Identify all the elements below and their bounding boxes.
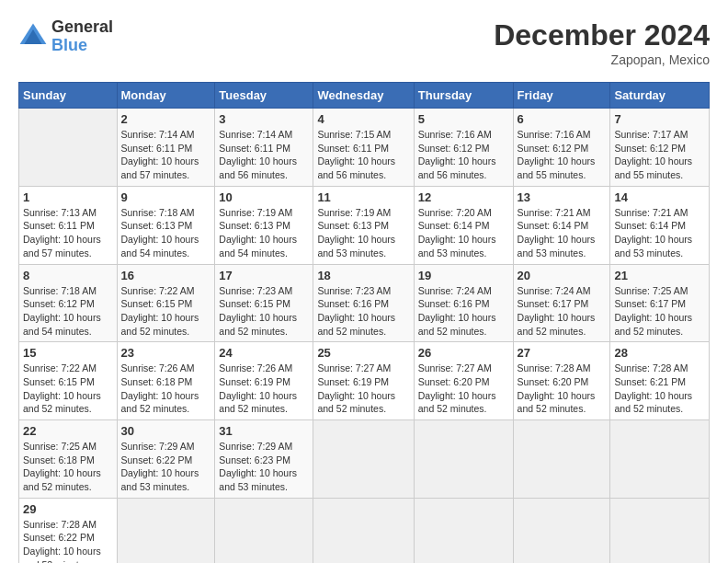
calendar-day-cell: 5Sunrise: 7:16 AMSunset: 6:12 PMDaylight…: [414, 109, 513, 187]
calendar-day-cell: 19Sunrise: 7:24 AMSunset: 6:16 PMDayligh…: [414, 264, 513, 342]
day-info: Sunrise: 7:19 AMSunset: 6:13 PMDaylight:…: [219, 206, 309, 260]
calendar-week-row: 8Sunrise: 7:18 AMSunset: 6:12 PMDaylight…: [19, 264, 710, 342]
day-info: Sunrise: 7:27 AMSunset: 6:20 PMDaylight:…: [418, 362, 509, 416]
calendar-week-row: 22Sunrise: 7:25 AMSunset: 6:18 PMDayligh…: [19, 420, 710, 499]
page-header: General Blue December 2024 Zapopan, Mexi…: [18, 18, 710, 67]
day-number: 18: [317, 269, 409, 282]
location-text: Zapopan, Mexico: [494, 52, 710, 67]
day-number: 20: [518, 269, 607, 282]
day-number: 13: [518, 190, 607, 204]
day-number: 8: [23, 269, 113, 282]
day-info: Sunrise: 7:18 AMSunset: 6:12 PMDaylight:…: [23, 284, 113, 339]
day-info: Sunrise: 7:20 AMSunset: 6:14 PMDaylight:…: [418, 206, 509, 260]
day-number: 7: [614, 112, 705, 126]
calendar-day-cell: 22Sunrise: 7:25 AMSunset: 6:18 PMDayligh…: [19, 420, 118, 499]
day-info: Sunrise: 7:28 AMSunset: 6:20 PMDaylight:…: [518, 362, 607, 416]
day-of-week-header: Wednesday: [313, 83, 414, 109]
day-number: 11: [317, 190, 409, 204]
day-info: Sunrise: 7:16 AMSunset: 6:12 PMDaylight:…: [518, 128, 607, 182]
day-of-week-header: Friday: [513, 83, 610, 109]
calendar-table: SundayMondayTuesdayWednesdayThursdayFrid…: [18, 82, 710, 563]
logo-icon: [18, 22, 48, 52]
calendar-day-cell: [513, 420, 610, 499]
calendar-header-row: SundayMondayTuesdayWednesdayThursdayFrid…: [19, 83, 710, 109]
day-info: Sunrise: 7:22 AMSunset: 6:15 PMDaylight:…: [23, 362, 113, 416]
day-number: 30: [121, 424, 211, 438]
calendar-day-cell: 13Sunrise: 7:21 AMSunset: 6:14 PMDayligh…: [513, 186, 610, 264]
day-info: Sunrise: 7:23 AMSunset: 6:15 PMDaylight:…: [219, 284, 309, 339]
calendar-day-cell: [610, 420, 710, 499]
logo: General Blue: [18, 18, 113, 55]
day-info: Sunrise: 7:21 AMSunset: 6:14 PMDaylight:…: [614, 206, 705, 260]
day-number: 9: [121, 190, 211, 204]
day-info: Sunrise: 7:25 AMSunset: 6:17 PMDaylight:…: [614, 284, 705, 339]
calendar-day-cell: [414, 420, 513, 499]
calendar-day-cell: 30Sunrise: 7:29 AMSunset: 6:22 PMDayligh…: [117, 420, 215, 499]
day-number: 27: [518, 346, 607, 360]
day-number: 23: [121, 346, 211, 360]
calendar-day-cell: 20Sunrise: 7:24 AMSunset: 6:17 PMDayligh…: [513, 264, 610, 342]
day-of-week-header: Tuesday: [215, 83, 313, 109]
day-number: 21: [614, 269, 705, 282]
calendar-day-cell: 27Sunrise: 7:28 AMSunset: 6:20 PMDayligh…: [513, 342, 610, 420]
calendar-day-cell: 23Sunrise: 7:26 AMSunset: 6:18 PMDayligh…: [117, 342, 215, 420]
day-number: 1: [23, 190, 113, 204]
day-of-week-header: Monday: [117, 83, 215, 109]
day-number: 3: [219, 112, 309, 126]
calendar-day-cell: 26Sunrise: 7:27 AMSunset: 6:20 PMDayligh…: [414, 342, 513, 420]
logo-blue-text: Blue: [51, 37, 113, 55]
day-info: Sunrise: 7:14 AMSunset: 6:11 PMDaylight:…: [121, 128, 211, 182]
day-of-week-header: Sunday: [19, 83, 118, 109]
calendar-week-row: 2Sunrise: 7:14 AMSunset: 6:11 PMDaylight…: [19, 109, 710, 187]
day-info: Sunrise: 7:29 AMSunset: 6:23 PMDaylight:…: [219, 440, 309, 494]
day-info: Sunrise: 7:24 AMSunset: 6:17 PMDaylight:…: [518, 284, 607, 339]
calendar-week-row: 29Sunrise: 7:28 AMSunset: 6:22 PMDayligh…: [19, 498, 710, 563]
calendar-day-cell: 17Sunrise: 7:23 AMSunset: 6:15 PMDayligh…: [215, 264, 313, 342]
calendar-day-cell: [313, 420, 414, 499]
day-number: 19: [418, 269, 509, 282]
calendar-day-cell: 6Sunrise: 7:16 AMSunset: 6:12 PMDaylight…: [513, 109, 610, 187]
day-number: 10: [219, 190, 309, 204]
day-number: 22: [23, 424, 113, 438]
calendar-day-cell: [414, 498, 513, 563]
day-number: 14: [614, 190, 705, 204]
day-info: Sunrise: 7:13 AMSunset: 6:11 PMDaylight:…: [23, 206, 113, 260]
day-info: Sunrise: 7:15 AMSunset: 6:11 PMDaylight:…: [317, 128, 409, 182]
day-info: Sunrise: 7:22 AMSunset: 6:15 PMDaylight:…: [121, 284, 211, 339]
day-info: Sunrise: 7:27 AMSunset: 6:19 PMDaylight:…: [317, 362, 409, 416]
day-number: 29: [23, 502, 113, 516]
day-number: 4: [317, 112, 409, 126]
day-number: 2: [121, 112, 211, 126]
day-info: Sunrise: 7:26 AMSunset: 6:19 PMDaylight:…: [219, 362, 309, 416]
calendar-day-cell: 3Sunrise: 7:14 AMSunset: 6:11 PMDaylight…: [215, 109, 313, 187]
day-number: 5: [418, 112, 509, 126]
day-number: 17: [219, 269, 309, 282]
calendar-day-cell: [313, 498, 414, 563]
calendar-day-cell: [513, 498, 610, 563]
day-info: Sunrise: 7:26 AMSunset: 6:18 PMDaylight:…: [121, 362, 211, 416]
calendar-day-cell: 7Sunrise: 7:17 AMSunset: 6:12 PMDaylight…: [610, 109, 710, 187]
calendar-day-cell: [610, 498, 710, 563]
day-info: Sunrise: 7:25 AMSunset: 6:18 PMDaylight:…: [23, 440, 113, 494]
calendar-day-cell: 31Sunrise: 7:29 AMSunset: 6:23 PMDayligh…: [215, 420, 313, 499]
day-number: 16: [121, 269, 211, 282]
calendar-day-cell: 28Sunrise: 7:28 AMSunset: 6:21 PMDayligh…: [610, 342, 710, 420]
calendar-day-cell: 2Sunrise: 7:14 AMSunset: 6:11 PMDaylight…: [117, 109, 215, 187]
day-info: Sunrise: 7:28 AMSunset: 6:22 PMDaylight:…: [23, 518, 113, 563]
calendar-day-cell: 8Sunrise: 7:18 AMSunset: 6:12 PMDaylight…: [19, 264, 118, 342]
calendar-day-cell: 1Sunrise: 7:13 AMSunset: 6:11 PMDaylight…: [19, 186, 118, 264]
day-of-week-header: Thursday: [414, 83, 513, 109]
calendar-day-cell: 16Sunrise: 7:22 AMSunset: 6:15 PMDayligh…: [117, 264, 215, 342]
day-info: Sunrise: 7:29 AMSunset: 6:22 PMDaylight:…: [121, 440, 211, 494]
day-info: Sunrise: 7:28 AMSunset: 6:21 PMDaylight:…: [614, 362, 705, 416]
calendar-day-cell: 29Sunrise: 7:28 AMSunset: 6:22 PMDayligh…: [19, 498, 118, 563]
calendar-week-row: 1Sunrise: 7:13 AMSunset: 6:11 PMDaylight…: [19, 186, 710, 264]
month-title: December 2024: [494, 18, 710, 52]
day-info: Sunrise: 7:17 AMSunset: 6:12 PMDaylight:…: [614, 128, 705, 182]
day-number: 28: [614, 346, 705, 360]
calendar-day-cell: 24Sunrise: 7:26 AMSunset: 6:19 PMDayligh…: [215, 342, 313, 420]
day-number: 24: [219, 346, 309, 360]
calendar-day-cell: [215, 498, 313, 563]
calendar-day-cell: 10Sunrise: 7:19 AMSunset: 6:13 PMDayligh…: [215, 186, 313, 264]
day-of-week-header: Saturday: [610, 83, 710, 109]
